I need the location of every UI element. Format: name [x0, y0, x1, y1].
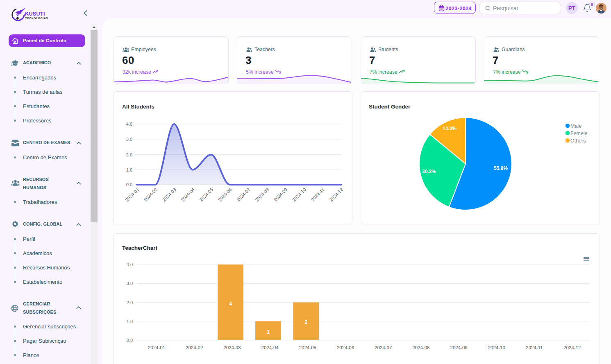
svg-text:2024-08: 2024-08 — [254, 187, 270, 203]
svg-text:2024-04: 2024-04 — [180, 187, 195, 203]
svg-text:0.0: 0.0 — [126, 182, 132, 187]
svg-text:2024-02: 2024-02 — [186, 345, 203, 350]
svg-text:2024-03: 2024-03 — [161, 187, 177, 203]
svg-text:2024-09: 2024-09 — [273, 187, 288, 203]
svg-text:0.0: 0.0 — [127, 338, 133, 343]
svg-text:2024-06: 2024-06 — [217, 187, 233, 203]
svg-text:4.0: 4.0 — [126, 122, 132, 127]
svg-text:30.2%: 30.2% — [422, 169, 436, 174]
svg-text:55.8%: 55.8% — [494, 165, 508, 171]
svg-text:2024-12: 2024-12 — [329, 187, 344, 203]
svg-text:2024-03: 2024-03 — [223, 345, 241, 350]
svg-text:2024-05: 2024-05 — [299, 345, 316, 350]
svg-text:2024-01: 2024-01 — [148, 345, 165, 350]
svg-text:1.0: 1.0 — [126, 167, 132, 172]
svg-text:Others: Others — [570, 138, 586, 144]
svg-text:2: 2 — [304, 319, 307, 325]
svg-text:Femele: Femele — [570, 131, 588, 136]
svg-text:2024-05: 2024-05 — [198, 187, 214, 203]
svg-text:2024-02: 2024-02 — [143, 187, 159, 203]
svg-text:2024-09: 2024-09 — [450, 345, 467, 350]
svg-text:2024-06: 2024-06 — [337, 345, 354, 350]
svg-text:2.0: 2.0 — [127, 300, 133, 305]
svg-text:3.0: 3.0 — [127, 281, 133, 286]
svg-text:2024-11: 2024-11 — [310, 187, 325, 202]
svg-text:2024-01: 2024-01 — [124, 187, 140, 203]
svg-text:Male: Male — [570, 123, 581, 129]
svg-text:14.0%: 14.0% — [443, 126, 457, 131]
svg-text:2024-10: 2024-10 — [291, 187, 307, 203]
svg-text:2024-04: 2024-04 — [261, 345, 279, 350]
svg-text:2024-11: 2024-11 — [526, 345, 543, 350]
svg-text:3.0: 3.0 — [126, 137, 132, 142]
svg-text:4.0: 4.0 — [127, 262, 133, 267]
svg-text:2024-08: 2024-08 — [412, 345, 429, 350]
svg-text:1: 1 — [267, 329, 270, 335]
svg-text:2024-12: 2024-12 — [563, 345, 581, 350]
svg-text:2024-10: 2024-10 — [488, 345, 505, 350]
svg-text:2024-07: 2024-07 — [236, 187, 251, 203]
svg-text:4: 4 — [229, 301, 232, 307]
svg-text:1.0: 1.0 — [127, 319, 133, 324]
svg-text:2024-07: 2024-07 — [375, 345, 392, 350]
svg-text:2.0: 2.0 — [126, 152, 132, 157]
